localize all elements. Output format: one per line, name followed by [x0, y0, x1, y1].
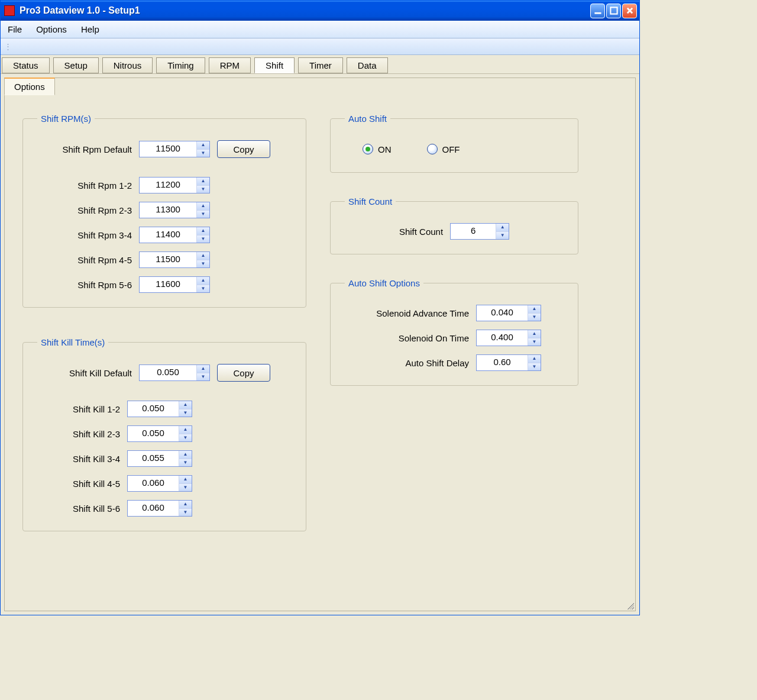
spinner-shift-rpm-3-4[interactable]: 11400 ▲▼	[139, 227, 210, 243]
legend-shift-count: Shift Count	[345, 196, 396, 207]
spinner-shift-rpm-5-6[interactable]: 11600 ▲▼	[139, 276, 210, 293]
value-shift-rpm-default: 11500	[140, 141, 196, 157]
spin-up-icon[interactable]: ▲	[179, 451, 192, 459]
group-auto-shift: Auto Shift ON OFF	[330, 114, 578, 173]
spinner-shift-rpm-4-5[interactable]: 11500 ▲▼	[139, 251, 210, 268]
spin-down-icon[interactable]: ▼	[496, 232, 509, 240]
spin-up-icon[interactable]: ▲	[197, 277, 209, 285]
spin-up-icon[interactable]: ▲	[197, 227, 209, 236]
label-solenoid-advance-time: Solenoid Advance Time	[345, 308, 469, 318]
spin-down-icon[interactable]: ▼	[179, 434, 192, 442]
resize-grip-icon[interactable]	[626, 601, 634, 609]
spin-up-icon[interactable]: ▲	[179, 426, 192, 434]
main-tabs: Status Setup Nitrous Timing RPM Shift Ti…	[1, 55, 639, 73]
tab-timing[interactable]: Timing	[156, 57, 205, 73]
spin-up-icon[interactable]: ▲	[179, 501, 192, 509]
value-auto-shift-delay: 0.60	[477, 355, 528, 370]
spin-down-icon[interactable]: ▼	[528, 363, 541, 371]
spinner-shift-kill-5-6[interactable]: 0.060 ▲▼	[127, 500, 192, 517]
spin-down-icon[interactable]: ▼	[197, 260, 209, 268]
legend-shift-kill: Shift Kill Time(s)	[37, 337, 108, 347]
spinner-shift-rpm-2-3[interactable]: 11300 ▲▼	[139, 202, 210, 218]
label-shift-rpm-4-5: Shift Rpm 4-5	[37, 255, 132, 265]
spinner-solenoid-on-time[interactable]: 0.400 ▲▼	[476, 330, 541, 346]
spin-up-icon[interactable]: ▲	[197, 252, 209, 260]
spinner-shift-rpm-1-2[interactable]: 11200 ▲▼	[139, 177, 210, 193]
spin-up-icon[interactable]: ▲	[496, 224, 509, 232]
spin-up-icon[interactable]: ▲	[528, 330, 541, 338]
spin-up-icon[interactable]: ▲	[197, 365, 209, 373]
app-icon	[4, 5, 15, 16]
tab-nitrous[interactable]: Nitrous	[102, 57, 153, 73]
label-shift-kill-5-6: Shift Kill 5-6	[37, 504, 120, 514]
tab-setup[interactable]: Setup	[53, 57, 99, 73]
label-solenoid-on-time: Solenoid On Time	[345, 333, 469, 343]
value-shift-kill-5-6: 0.060	[128, 501, 179, 516]
label-shift-kill-default: Shift Kill Default	[37, 368, 132, 378]
spin-up-icon[interactable]: ▲	[179, 401, 192, 409]
legend-shift-rpm: Shift RPM(s)	[37, 114, 95, 124]
tab-shift[interactable]: Shift	[254, 57, 295, 73]
titlebar: Pro3 Dataview 1.0 - Setup1	[1, 1, 639, 21]
tab-status[interactable]: Status	[2, 57, 50, 73]
spinner-auto-shift-delay[interactable]: 0.60 ▲▼	[476, 354, 541, 371]
spin-down-icon[interactable]: ▼	[197, 150, 209, 157]
label-auto-shift-delay: Auto Shift Delay	[345, 358, 469, 368]
copy-shift-rpm-button[interactable]: Copy	[217, 140, 270, 158]
menu-options[interactable]: Options	[36, 24, 67, 34]
spin-up-icon[interactable]: ▲	[197, 178, 209, 186]
radio-auto-shift-on[interactable]	[363, 144, 373, 154]
tab-rpm[interactable]: RPM	[209, 57, 251, 73]
group-shift-count: Shift Count Shift Count 6 ▲▼	[330, 196, 578, 254]
label-shift-kill-3-4: Shift Kill 3-4	[37, 454, 120, 464]
value-shift-rpm-4-5: 11500	[140, 252, 196, 267]
spin-up-icon[interactable]: ▲	[528, 305, 541, 314]
spin-down-icon[interactable]: ▼	[197, 211, 209, 218]
legend-auto-shift: Auto Shift	[345, 114, 390, 124]
radio-auto-shift-off[interactable]	[427, 144, 438, 154]
menu-file[interactable]: File	[8, 24, 22, 34]
spinner-shift-kill-default[interactable]: 0.050 ▲▼	[139, 364, 210, 381]
svg-rect-1	[610, 7, 617, 14]
spin-up-icon[interactable]: ▲	[179, 476, 192, 484]
spin-up-icon[interactable]: ▲	[197, 141, 209, 150]
subtab-options[interactable]: Options	[4, 78, 55, 95]
spin-down-icon[interactable]: ▼	[179, 484, 192, 492]
spin-down-icon[interactable]: ▼	[197, 236, 209, 243]
minimize-button[interactable]	[590, 4, 605, 18]
spin-down-icon[interactable]: ▼	[528, 314, 541, 321]
spin-down-icon[interactable]: ▼	[197, 373, 209, 381]
label-shift-rpm-2-3: Shift Rpm 2-3	[37, 205, 132, 215]
spinner-shift-kill-2-3[interactable]: 0.050 ▲▼	[127, 425, 192, 442]
close-button[interactable]	[622, 4, 637, 18]
value-shift-kill-1-2: 0.050	[128, 401, 179, 417]
spin-down-icon[interactable]: ▼	[197, 285, 209, 293]
spinner-solenoid-advance-time[interactable]: 0.040 ▲▼	[476, 305, 541, 321]
menu-help[interactable]: Help	[81, 24, 99, 34]
app-window: Pro3 Dataview 1.0 - Setup1 File Options …	[0, 0, 640, 615]
spin-down-icon[interactable]: ▼	[179, 459, 192, 467]
spin-down-icon[interactable]: ▼	[179, 509, 192, 517]
spinner-shift-rpm-default[interactable]: 11500 ▲▼	[139, 141, 210, 157]
spin-down-icon[interactable]: ▼	[179, 409, 192, 417]
label-auto-shift-on: ON	[378, 144, 392, 154]
value-shift-rpm-1-2: 11200	[140, 178, 196, 193]
copy-shift-kill-button[interactable]: Copy	[217, 364, 270, 382]
tab-timer[interactable]: Timer	[298, 57, 343, 73]
spin-up-icon[interactable]: ▲	[528, 355, 541, 363]
spinner-shift-kill-3-4[interactable]: 0.055 ▲▼	[127, 450, 192, 467]
spinner-shift-kill-4-5[interactable]: 0.060 ▲▼	[127, 475, 192, 492]
label-shift-kill-2-3: Shift Kill 2-3	[37, 429, 120, 439]
toolbar-strip: ⋮	[1, 38, 639, 55]
spin-down-icon[interactable]: ▼	[528, 338, 541, 346]
spin-up-icon[interactable]: ▲	[197, 202, 209, 211]
value-shift-rpm-3-4: 11400	[140, 227, 196, 243]
spin-down-icon[interactable]: ▼	[197, 186, 209, 193]
value-shift-kill-2-3: 0.050	[128, 426, 179, 441]
spinner-shift-kill-1-2[interactable]: 0.050 ▲▼	[127, 401, 192, 417]
maximize-button[interactable]	[606, 4, 621, 18]
legend-auto-shift-options: Auto Shift Options	[345, 278, 423, 288]
svg-rect-0	[594, 12, 601, 14]
tab-data[interactable]: Data	[347, 57, 388, 73]
spinner-shift-count[interactable]: 6 ▲▼	[450, 223, 509, 240]
